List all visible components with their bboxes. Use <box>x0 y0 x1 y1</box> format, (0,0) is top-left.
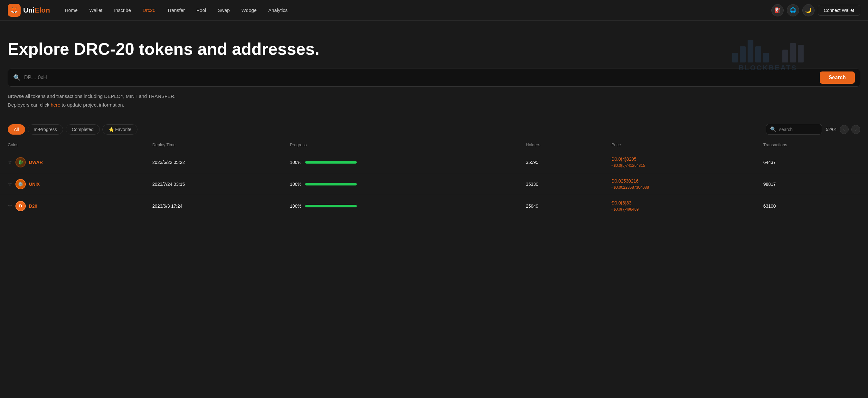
filter-section: AllIn-ProgressCompleted⭐ Favorite 🔍 52/0… <box>0 119 868 134</box>
table-row: ☆ ⚙️ UNIX 2023/7/24 03:15 100% 35330 Ð0.… <box>0 173 868 195</box>
progress-cell-unix: 100% <box>282 173 518 195</box>
nav-link-pool[interactable]: Pool <box>192 5 211 16</box>
table-head: CoinsDeploy TimeProgressHoldersPriceTran… <box>0 139 868 151</box>
favorite-star-dwar[interactable]: ☆ <box>8 159 12 165</box>
search-input[interactable] <box>24 75 820 81</box>
globe-icon-btn[interactable]: 🌐 <box>787 4 799 17</box>
logo[interactable]: 🦊 UniElon <box>8 4 50 17</box>
logo-icon: 🦊 <box>8 4 21 17</box>
transactions-cell-dwar: 64437 <box>756 151 868 173</box>
deploy-time-dwar: 2023/6/22 05:22 <box>145 151 282 173</box>
price-usd-d20: ≈$0.0{7}498469 <box>611 206 748 212</box>
favorite-star-d20[interactable]: ☆ <box>8 203 12 209</box>
price-doge-unix: Ð0.02530216 <box>611 178 748 185</box>
holders-cell-d20: 25049 <box>518 195 604 217</box>
progress-bar-fill-d20 <box>305 205 357 207</box>
wm-bar-5 <box>763 53 769 62</box>
blockbeats-watermark: BLOCKBEATS <box>732 40 804 72</box>
nav-link-drc20[interactable]: Drc20 <box>138 5 160 16</box>
holders-cell-dwar: 35595 <box>518 151 604 173</box>
table-search: 🔍 <box>766 124 822 134</box>
filter-tabs: AllIn-ProgressCompleted⭐ Favorite <box>8 124 137 134</box>
table-row: ☆ 🐉 DWAR 2023/6/22 05:22 100% 35595 Ð0.0… <box>0 151 868 173</box>
next-page-button[interactable]: › <box>851 125 860 134</box>
pagination: 52/01 ‹ › <box>826 125 860 134</box>
wm-bar-3 <box>748 40 753 62</box>
navbar: 🦊 UniElon HomeWalletInscribeDrc20Transfe… <box>0 0 868 21</box>
progress-cell-d20: 100% <box>282 195 518 217</box>
transactions-cell-unix: 98817 <box>756 173 868 195</box>
hero-desc-pre: Deployers can click <box>8 102 49 108</box>
progress-pct-d20: 100% <box>290 204 301 209</box>
search-icon: 🔍 <box>13 74 20 81</box>
price-usd-dwar: ≈$0.0{5}741264315 <box>611 163 748 169</box>
holders-cell-unix: 35330 <box>518 173 604 195</box>
progress-bar-fill-dwar <box>305 161 357 163</box>
filter-tab-completed[interactable]: Completed <box>66 124 100 134</box>
col-header-holders: Holders <box>518 139 604 151</box>
progress-bar-bg-dwar <box>305 161 357 163</box>
nav-link-analytics[interactable]: Analytics <box>264 5 292 16</box>
hero-section: BLOCKBEATS Explore DRC-20 tokens and add… <box>0 21 868 119</box>
gas-icon-btn[interactable]: ⛽ <box>771 4 784 17</box>
col-header-price: Price <box>604 139 756 151</box>
coin-cell-d20: ☆ D D20 <box>0 195 145 217</box>
filter-tab-in-progress[interactable]: In-Progress <box>28 124 63 134</box>
prev-page-button[interactable]: ‹ <box>840 125 849 134</box>
progress-pct-unix: 100% <box>290 182 301 187</box>
filter-tab-all[interactable]: All <box>8 124 25 134</box>
watermark-bars <box>732 40 804 62</box>
connect-wallet-button[interactable]: Connect Wallet <box>818 5 860 16</box>
price-doge-d20: Ð0.0{6}83 <box>611 200 748 206</box>
nav-actions: ⛽ 🌐 🌙 Connect Wallet <box>771 4 860 17</box>
nav-link-wallet[interactable]: Wallet <box>85 5 107 16</box>
hero-desc-post: to update project information. <box>62 102 124 108</box>
progress-bar-bg-unix <box>305 183 357 185</box>
wm-bar-6 <box>782 50 788 62</box>
coin-name-unix[interactable]: UNIX <box>29 182 40 187</box>
progress-bar-fill-unix <box>305 183 357 185</box>
coin-name-dwar[interactable]: DWAR <box>29 160 43 165</box>
table-body: ☆ 🐉 DWAR 2023/6/22 05:22 100% 35595 Ð0.0… <box>0 151 868 217</box>
coin-avatar-dwar: 🐉 <box>16 157 26 167</box>
wm-bar-8 <box>798 45 804 62</box>
pagination-label: 52/01 <box>826 127 837 132</box>
theme-icon-btn[interactable]: 🌙 <box>802 4 814 17</box>
col-header-deploy-time: Deploy Time <box>145 139 282 151</box>
table-search-input[interactable] <box>779 127 818 132</box>
coin-cell-unix: ☆ ⚙️ UNIX <box>0 173 145 195</box>
wm-bar-1 <box>732 53 738 62</box>
price-cell-d20: Ð0.0{6}83 ≈$0.0{7}498469 <box>604 195 756 217</box>
search-button[interactable]: Search <box>820 71 855 84</box>
table-search-icon: 🔍 <box>770 126 777 132</box>
filter-tab---favorite[interactable]: ⭐ Favorite <box>102 124 137 134</box>
wm-bar-7 <box>790 43 796 62</box>
wm-bar-4 <box>755 47 761 62</box>
nav-link-swap[interactable]: Swap <box>213 5 235 16</box>
watermark-label: BLOCKBEATS <box>739 64 797 72</box>
price-usd-unix: ≈$0.00228587304088 <box>611 185 748 190</box>
nav-link-wdoge[interactable]: Wdoge <box>237 5 261 16</box>
table-header-row: CoinsDeploy TimeProgressHoldersPriceTran… <box>0 139 868 151</box>
deploy-time-d20: 2023/6/3 17:24 <box>145 195 282 217</box>
progress-cell-dwar: 100% <box>282 151 518 173</box>
nav-link-inscribe[interactable]: Inscribe <box>110 5 135 16</box>
col-header-coins: Coins <box>0 139 145 151</box>
price-doge-dwar: Ð0.0{4}8205 <box>611 156 748 163</box>
col-header-progress: Progress <box>282 139 518 151</box>
wm-bar-2 <box>740 47 746 62</box>
coins-table: CoinsDeploy TimeProgressHoldersPriceTran… <box>0 139 868 217</box>
nav-link-transfer[interactable]: Transfer <box>163 5 189 16</box>
coin-name-d20[interactable]: D20 <box>29 204 37 209</box>
coin-avatar-unix: ⚙️ <box>16 179 26 189</box>
nav-link-home[interactable]: Home <box>60 5 82 16</box>
col-header-transactions: Transactions <box>756 139 868 151</box>
favorite-star-unix[interactable]: ☆ <box>8 181 12 187</box>
table-row: ☆ D D20 2023/6/3 17:24 100% 25049 Ð0.0{6… <box>0 195 868 217</box>
deploy-time-unix: 2023/7/24 03:15 <box>145 173 282 195</box>
here-link[interactable]: here <box>51 102 60 108</box>
nav-links: HomeWalletInscribeDrc20TransferPoolSwapW… <box>60 5 771 16</box>
hero-desc-line1: Browse all tokens and transactions inclu… <box>8 92 860 100</box>
price-cell-unix: Ð0.02530216 ≈$0.00228587304088 <box>604 173 756 195</box>
transactions-cell-d20: 63100 <box>756 195 868 217</box>
